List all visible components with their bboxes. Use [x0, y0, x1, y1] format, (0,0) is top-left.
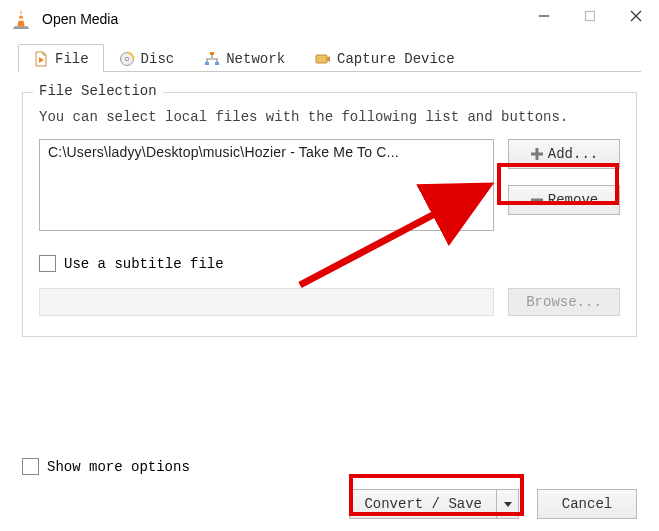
file-icon — [33, 51, 49, 67]
tab-label: Disc — [141, 51, 175, 67]
svg-rect-12 — [205, 62, 209, 65]
file-selection-legend: File Selection — [33, 83, 163, 99]
tab-capture-device[interactable]: Capture Device — [300, 44, 470, 72]
file-selection-group: File Selection You can select local file… — [22, 92, 637, 337]
subtitle-row: Use a subtitle file — [39, 255, 620, 272]
svg-rect-2 — [18, 19, 24, 21]
add-button-label: Add... — [548, 146, 598, 162]
plus-icon — [530, 147, 544, 161]
browse-button: Browse... — [508, 288, 620, 316]
show-more-label: Show more options — [47, 459, 190, 475]
svg-marker-19 — [504, 502, 512, 507]
tab-label: File — [55, 51, 89, 67]
window-controls — [521, 0, 659, 38]
svg-marker-0 — [17, 10, 24, 27]
file-panel: File Selection You can select local file… — [0, 72, 659, 337]
convert-save-label: Convert / Save — [364, 496, 482, 512]
vlc-cone-icon — [10, 8, 32, 30]
remove-button-label: Remove — [548, 192, 598, 208]
tab-label: Capture Device — [337, 51, 455, 67]
svg-rect-11 — [210, 52, 214, 55]
svg-rect-13 — [215, 62, 219, 65]
tab-network[interactable]: Network — [189, 44, 300, 72]
capture-icon — [315, 51, 331, 67]
svg-rect-14 — [316, 55, 327, 63]
convert-save-button[interactable]: Convert / Save — [349, 489, 497, 519]
tab-file[interactable]: File — [18, 44, 104, 72]
subtitle-path-input — [39, 288, 494, 316]
tab-bar: File Disc Network Capture Device — [0, 38, 659, 72]
convert-save-dropdown[interactable] — [497, 489, 519, 519]
tab-disc[interactable]: Disc — [104, 44, 190, 72]
convert-save-split-button: Convert / Save — [349, 489, 519, 519]
disc-icon — [119, 51, 135, 67]
footer: Show more options Convert / Save Cancel — [0, 458, 659, 519]
svg-rect-5 — [586, 12, 595, 21]
chevron-down-icon — [503, 499, 513, 509]
list-item[interactable]: C:\Users\ladyy\Desktop\music\Hozier - Ta… — [48, 144, 485, 160]
maximize-button[interactable] — [567, 0, 613, 32]
close-button[interactable] — [613, 0, 659, 32]
add-button[interactable]: Add... — [508, 139, 620, 169]
window-title: Open Media — [42, 11, 521, 27]
subtitle-checkbox-label: Use a subtitle file — [64, 256, 224, 272]
minus-icon — [530, 193, 544, 207]
show-more-checkbox[interactable] — [22, 458, 39, 475]
file-selection-help: You can select local files with the foll… — [39, 109, 620, 125]
subtitle-checkbox[interactable] — [39, 255, 56, 272]
cancel-button-label: Cancel — [562, 496, 612, 512]
svg-point-10 — [125, 57, 128, 60]
cancel-button[interactable]: Cancel — [537, 489, 637, 519]
svg-rect-18 — [531, 199, 543, 202]
svg-rect-17 — [531, 153, 543, 156]
svg-marker-3 — [13, 26, 30, 29]
minimize-button[interactable] — [521, 0, 567, 32]
titlebar: Open Media — [0, 0, 659, 38]
tab-label: Network — [226, 51, 285, 67]
remove-button[interactable]: Remove — [508, 185, 620, 215]
browse-button-label: Browse... — [526, 294, 602, 310]
file-list[interactable]: C:\Users\ladyy\Desktop\music\Hozier - Ta… — [39, 139, 494, 231]
network-icon — [204, 51, 220, 67]
svg-rect-1 — [18, 14, 23, 16]
